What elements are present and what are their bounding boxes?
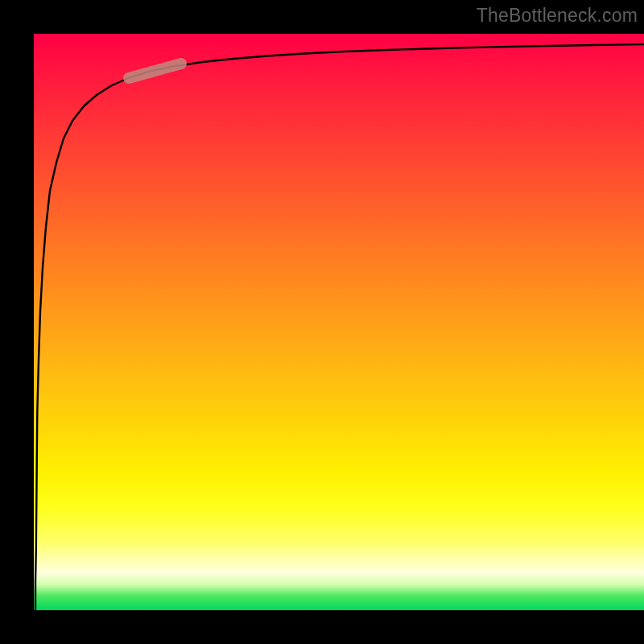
chart-frame: TheBottleneck.com (0, 0, 644, 644)
watermark-text: TheBottleneck.com (477, 5, 638, 27)
gradient-background (34, 34, 644, 610)
plot-area (34, 34, 644, 610)
